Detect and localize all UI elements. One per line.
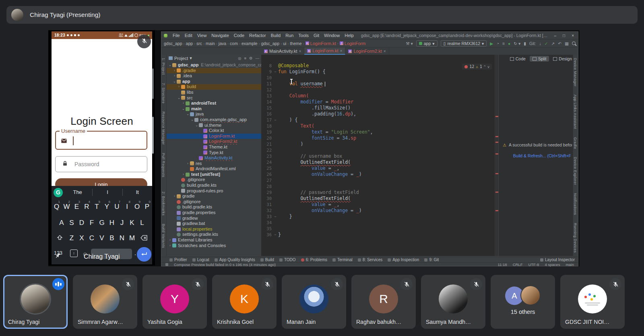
git-push-icon[interactable]: ↗ <box>551 41 555 46</box>
grammarly-icon[interactable]: G <box>54 188 63 197</box>
prev-error-icon[interactable]: ^ <box>484 65 486 69</box>
keyboard-suggestion[interactable]: The <box>63 189 92 196</box>
view-mode-button[interactable]: Code <box>507 56 528 62</box>
code-line[interactable]: 32 onValueChange = _) <box>261 208 495 214</box>
menu-item[interactable]: View <box>195 33 209 38</box>
menu-item[interactable]: Run <box>283 33 296 38</box>
code-editor[interactable]: 8@Composable9−fun LoginForm() {1011 val … <box>261 55 495 256</box>
code-line[interactable]: 19 text = "Login Screen", <box>261 129 495 135</box>
run-config-dropdown[interactable]: app ▾ <box>416 40 438 47</box>
code-line[interactable]: 15 .fillMaxSize() <box>261 105 495 111</box>
view-mode-button[interactable]: Design <box>550 56 575 62</box>
build-hammer-icon[interactable]: ⚒ ▾ <box>406 41 413 46</box>
code-line[interactable]: 24 OutlinedTextField( <box>261 159 495 165</box>
tool-window-button[interactable]: Profiler <box>169 258 187 262</box>
code-line[interactable]: 11 val username <box>261 81 495 87</box>
editor-tab[interactable]: K LoginForm.kt × <box>304 47 345 55</box>
participant-tile[interactable]: KKrishnika Goel <box>212 275 277 329</box>
tool-window-button[interactable]: Gradle <box>573 137 577 149</box>
keyboard-key[interactable]: 6Y <box>102 200 112 213</box>
code-line[interactable]: 36−} <box>261 232 495 238</box>
sync-gradle-icon[interactable]: ↻ ▾ <box>514 41 520 46</box>
tree-chevron-icon[interactable]: ⌄ <box>195 123 198 128</box>
tool-window-button[interactable]: Device Explorer <box>573 157 577 185</box>
tab-close-icon[interactable]: × <box>340 49 343 53</box>
code-line[interactable]: 34 <box>261 220 495 226</box>
keyboard-key[interactable]: 8I <box>122 200 132 213</box>
breadcrumb[interactable]: gdsc_app› <box>164 41 186 46</box>
keyboard-key[interactable]: 0P <box>142 200 152 213</box>
participant-tile[interactable]: GDSC JIIT NOI… <box>560 275 625 329</box>
chevron-down-icon[interactable]: ▾ <box>190 56 192 61</box>
tree-chevron-icon[interactable]: ⌄ <box>168 62 172 68</box>
keyboard-key[interactable]: G <box>97 216 107 229</box>
project-tree-item[interactable]: libs <box>167 90 261 95</box>
git-branch[interactable]: main <box>566 262 574 267</box>
participant-tile[interactable]: Chirag Tyagi <box>3 275 68 329</box>
project-tree-item[interactable]: › build <box>167 84 261 90</box>
keyboard-key[interactable]: C <box>87 231 97 245</box>
code-line[interactable]: 13 Column( <box>261 93 495 99</box>
tree-chevron-icon[interactable]: ⌄ <box>182 106 185 112</box>
project-tree-item[interactable]: ⌄ com.example.gdsc_app <box>167 117 261 123</box>
tree-chevron-icon[interactable]: › <box>182 101 185 106</box>
project-tree-item[interactable]: gradle.properties <box>167 210 261 216</box>
expand-all-icon[interactable]: ≡ <box>244 56 246 60</box>
menu-item[interactable]: Edit <box>182 33 195 38</box>
menu-item[interactable]: Git <box>311 33 322 38</box>
code-line[interactable]: 23 // username box <box>261 153 495 159</box>
breadcrumb[interactable]: gdsc_app› <box>261 41 283 46</box>
keyboard-key[interactable]: B <box>107 231 117 245</box>
phone-scrollbar[interactable] <box>152 117 154 154</box>
participant-tile[interactable]: RRaghav bahukh… <box>351 275 416 329</box>
keyboard-suggestion[interactable]: I <box>92 189 122 196</box>
breadcrumb[interactable]: theme› <box>290 41 305 46</box>
keyboard-key[interactable]: 5T <box>92 200 102 213</box>
keyboard-key[interactable]: Z <box>67 231 77 245</box>
menu-item[interactable]: Code <box>231 33 247 38</box>
project-tree-item[interactable]: › test [unitTest] <box>167 172 261 177</box>
keyboard-key[interactable]: A <box>57 216 67 229</box>
project-panel-title[interactable]: Project <box>174 56 188 61</box>
project-tree-item[interactable]: Theme.kt <box>167 144 261 150</box>
project-tree-item[interactable]: settings.gradle.kts <box>167 232 261 237</box>
tool-window-button[interactable]: Device Manager <box>573 58 577 87</box>
project-tree-item[interactable]: ⌄ ui.theme <box>167 123 261 128</box>
coverage-icon[interactable]: ≡ <box>502 41 505 46</box>
tree-chevron-icon[interactable]: › <box>168 237 172 243</box>
project-tree-item[interactable]: local.properties <box>167 227 261 232</box>
caret-position[interactable]: 11:18 <box>498 262 507 267</box>
code-line[interactable]: 17− ) { <box>261 117 495 123</box>
code-line[interactable]: 29 // password textField <box>261 190 495 196</box>
code-line[interactable]: 21 ) <box>261 141 495 147</box>
keyboard-key[interactable]: 1Q <box>52 200 62 213</box>
phone-mirror-window[interactable]: 18:23 29.0KB/s 91% Login Screen Username <box>48 30 155 266</box>
tree-chevron-icon[interactable]: ⌄ <box>173 79 176 85</box>
project-tree-item[interactable]: ⌄ main <box>167 106 261 112</box>
minimize-icon[interactable]: – <box>554 33 557 38</box>
tool-window-button[interactable]: App Quality Insights <box>215 258 255 262</box>
code-line[interactable]: 22 <box>261 147 495 153</box>
tool-window-button[interactable]: Build Variants <box>161 224 165 248</box>
code-line[interactable]: 16 .padding(16.dp), <box>261 111 495 117</box>
debug-icon[interactable]: ● <box>508 41 510 46</box>
keyboard-key[interactable]: 4R <box>82 200 92 213</box>
code-line[interactable]: 28 <box>261 183 495 190</box>
hide-panel-icon[interactable]: — <box>256 56 260 60</box>
code-line[interactable]: 8@Composable <box>261 63 495 69</box>
maximize-icon[interactable]: □ <box>563 33 565 38</box>
project-tree-item[interactable]: gradlew.bat <box>167 221 261 227</box>
tool-window-button[interactable]: 9: Git <box>424 258 439 262</box>
project-tree-item[interactable]: › .idea <box>167 73 261 79</box>
keyboard-key[interactable]: V <box>97 231 107 245</box>
tool-window-button[interactable]: 2: Bookmarks <box>161 192 165 216</box>
device-dropdown[interactable]: ▯ realme RMX3612 ▾ <box>441 40 487 47</box>
profile-icon[interactable]: ◔ <box>496 41 499 46</box>
git-commit-icon[interactable]: ✓ <box>545 41 548 46</box>
tool-window-button[interactable]: 1: Project <box>161 58 165 75</box>
tree-chevron-icon[interactable]: ⌄ <box>190 117 194 123</box>
menu-item[interactable]: Tools <box>296 33 311 38</box>
menu-item[interactable]: Help <box>342 33 356 38</box>
project-tree-item[interactable]: Color.kt <box>167 128 261 134</box>
project-tree-item[interactable]: .gitignore <box>167 199 261 205</box>
